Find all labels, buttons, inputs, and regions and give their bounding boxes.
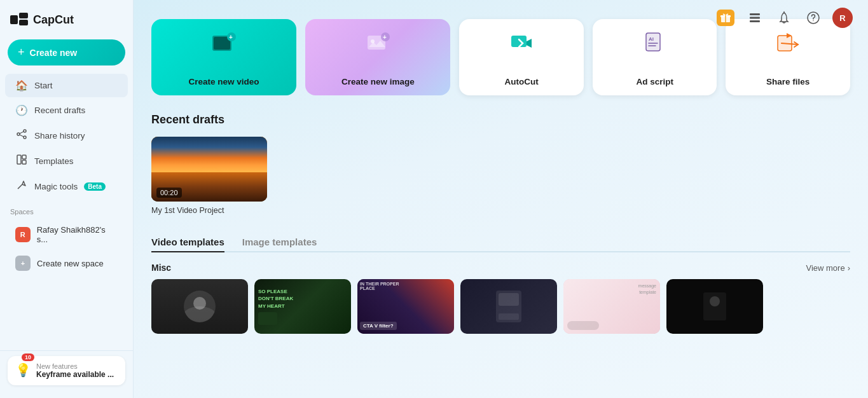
template-card-3[interactable]: IN THEIR PROPERPLACE CTA V filter? [357, 279, 454, 334]
template-card-6[interactable] [666, 279, 763, 334]
share-icon [15, 129, 28, 142]
svg-rect-8 [17, 155, 21, 164]
autocut-icon [509, 31, 534, 62]
svg-text:+: + [383, 34, 387, 41]
sidebar-item-create-space[interactable]: + Create new space [5, 250, 128, 276]
svg-text:AI: AI [649, 36, 654, 42]
sidebar-item-space-rafay[interactable]: R Rafay Shaikh882's s... [5, 220, 128, 249]
space-rafay-label: Rafay Shaikh882's s... [37, 225, 118, 244]
ad-script-icon: AI [642, 31, 668, 62]
logo: CapCut [0, 8, 133, 37]
create-space-icon: + [15, 256, 31, 271]
recent-drafts-grid: 00:20 My 1st Video Project [151, 137, 850, 215]
sidebar-item-magic-tools-label: Magic tools [34, 182, 78, 191]
templates-icon [15, 154, 28, 167]
template-card-1[interactable] [151, 279, 248, 334]
sidebar-item-templates[interactable]: Templates [5, 149, 128, 173]
ad-script-label: Ad script [593, 77, 717, 86]
misc-label: Misc [151, 263, 171, 273]
svg-rect-14 [750, 13, 760, 15]
autocut-card[interactable]: AutoCut [459, 19, 584, 95]
template-grid: SO PLEASEDON'T BREAKMY HEART IN THEIR PR… [151, 279, 850, 334]
tab-image-templates[interactable]: Image templates [242, 233, 317, 252]
create-image-label: Create new image [305, 77, 450, 86]
sidebar-item-recent-drafts[interactable]: 🕐 Recent drafts [5, 99, 128, 122]
svg-rect-28 [511, 36, 527, 47]
create-new-button[interactable]: + Create new [8, 39, 125, 65]
sidebar-item-share-history[interactable]: Share history [5, 123, 128, 148]
svg-rect-9 [22, 155, 26, 159]
magic-tools-icon [15, 180, 28, 193]
svg-rect-0 [10, 15, 18, 24]
template-card-4[interactable] [460, 279, 557, 334]
create-video-label: Create new video [151, 77, 296, 86]
app-name: CapCut [33, 13, 74, 27]
svg-point-19 [813, 20, 813, 21]
sidebar-item-start[interactable]: 🏠 Start [5, 74, 128, 97]
home-icon: 🏠 [15, 79, 28, 92]
sidebar: CapCut + Create new 🏠 Start 🕐 Recent dra… [0, 0, 134, 398]
draft-card[interactable]: 00:20 My 1st Video Project [151, 137, 267, 215]
svg-text:+: + [229, 34, 233, 41]
space-avatar-rafay: R [15, 227, 31, 242]
svg-rect-10 [22, 160, 26, 164]
gift-icon-button[interactable] [715, 8, 736, 28]
autocut-label: AutoCut [459, 77, 584, 86]
svg-line-7 [20, 135, 24, 137]
template-card-2[interactable]: SO PLEASEDON'T BREAKMY HEART [254, 279, 351, 334]
tab-video-templates[interactable]: Video templates [151, 233, 224, 252]
svg-rect-1 [19, 13, 28, 18]
bulb-icon: 💡 [15, 362, 31, 378]
template-card-5[interactable]: messagetemplate [563, 279, 660, 334]
new-features-card[interactable]: 10 💡 New features Keyframe available ... [8, 356, 125, 385]
sidebar-item-templates-label: Templates [34, 156, 74, 166]
create-space-label: Create new space [37, 259, 104, 268]
sidebar-item-share-history-label: Share history [34, 131, 85, 141]
bell-icon-button[interactable] [774, 8, 794, 28]
capcut-logo-icon [10, 13, 28, 27]
sidebar-item-recent-drafts-label: Recent drafts [34, 106, 85, 115]
svg-point-5 [24, 136, 26, 139]
svg-point-4 [17, 133, 20, 135]
topbar: R [700, 0, 868, 36]
misc-header: Misc View more › [151, 263, 850, 273]
draft-thumbnail: 00:20 [151, 137, 267, 202]
user-avatar[interactable]: R [832, 8, 853, 28]
layers-icon-button[interactable] [745, 8, 765, 28]
chevron-right-icon: › [848, 263, 850, 273]
create-image-card[interactable]: + Create new image [305, 19, 450, 95]
ad-script-card[interactable]: AI Ad script [593, 19, 717, 95]
new-features-badge: 10 [22, 353, 34, 361]
create-image-icon: + [364, 31, 392, 64]
create-video-icon: + [210, 31, 238, 64]
svg-rect-16 [750, 20, 760, 22]
share-files-label: Share files [726, 77, 850, 86]
clock-icon: 🕐 [15, 104, 28, 116]
recent-drafts-title: Recent drafts [151, 113, 850, 127]
svg-rect-2 [19, 20, 28, 25]
draft-name: My 1st Video Project [151, 206, 267, 215]
sidebar-nav: 🏠 Start 🕐 Recent drafts Share history Te… [0, 73, 133, 350]
new-features-title: New features [36, 362, 114, 370]
plus-icon: + [18, 46, 25, 59]
create-video-card[interactable]: + Create new video [151, 19, 296, 95]
svg-point-3 [24, 130, 26, 132]
sidebar-bottom: 10 💡 New features Keyframe available ... [0, 350, 133, 390]
sidebar-item-magic-tools[interactable]: Magic tools Beta [5, 174, 128, 198]
svg-line-6 [20, 132, 24, 134]
gift-icon [717, 10, 734, 26]
spaces-label: Spaces [0, 199, 133, 219]
new-features-text: New features Keyframe available ... [36, 362, 114, 379]
view-more-label: View more [806, 263, 844, 273]
create-new-label: Create new [30, 48, 78, 58]
help-icon-button[interactable] [803, 8, 823, 28]
new-features-desc: Keyframe available ... [36, 370, 114, 379]
view-more-button[interactable]: View more › [806, 263, 850, 273]
template-tabs: Video templates Image templates [151, 233, 850, 252]
main-content: + Create new video + Create new image [134, 0, 868, 398]
beta-badge: Beta [84, 182, 106, 191]
sidebar-item-start-label: Start [34, 81, 53, 90]
app-wrapper: R + Create new video [134, 0, 868, 398]
draft-duration: 00:20 [156, 188, 182, 198]
svg-rect-15 [750, 17, 760, 19]
